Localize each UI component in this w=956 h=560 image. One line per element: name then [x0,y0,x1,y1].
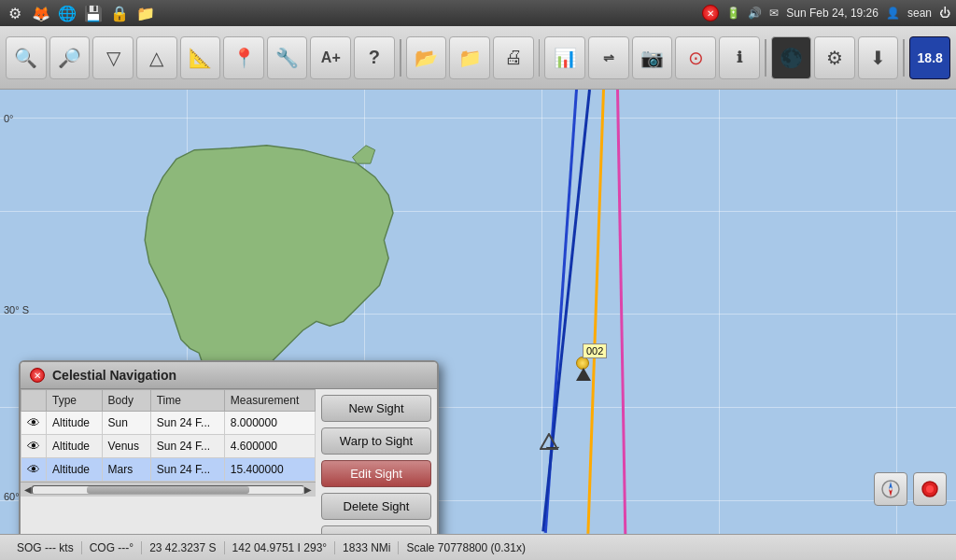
type-3: Altitude [47,458,103,482]
status-lon: 142 04.9751 I 293° [225,541,336,554]
taskbar-close-button[interactable]: ✕ [702,5,719,21]
map[interactable]: 0° 30° S 60° 002 ✕ Celestial Navigation [0,90,956,534]
dialog-close-button[interactable]: ✕ [30,368,45,383]
wrench-button[interactable]: 🔧 [267,36,308,79]
toolbar-separator-4 [903,39,905,77]
waypoint-button[interactable]: △ [136,36,177,79]
taskbar-browser-icon[interactable]: 🦊 [32,4,50,22]
taskbar-folder-icon[interactable]: 📁 [136,4,155,22]
eye-icon-1: 👁 [21,412,47,435]
table-row[interactable]: 👁 Altitude Venus Sun 24 F... 4.600000 [21,435,316,458]
col-header-body: Body [102,390,150,412]
col-header-type-label: Type [47,390,103,412]
scroll-track[interactable] [32,485,304,495]
filter-button[interactable]: ▽ [92,36,134,79]
celestial-nav-dialog: ✕ Celestial Navigation Type Body Time Me… [19,360,439,534]
eye-icon-3: 👁 [21,458,47,482]
zoom-in-button[interactable]: 🔍 [6,36,47,79]
print-button[interactable]: 🖨 [493,36,534,79]
taskbar-save-icon[interactable]: 💾 [84,4,103,22]
scroll-left-arrow[interactable]: ◀ [24,484,32,495]
bottom-right-controls [874,472,947,506]
sight-buttons-panel: New Sight Warp to Sight Edit Sight Delet… [316,389,437,534]
dialog-title-bar: ✕ Celestial Navigation [21,362,437,389]
grid-v-4 [719,90,720,534]
nav-line-orange [586,90,605,534]
toolbar-separator-3 [765,39,766,77]
measurement-2: 4.600000 [224,435,315,458]
nav-line-magenta [616,90,626,534]
lat-label-0: 0° [4,113,14,124]
taskbar-right: ✕ 🔋 🔊 ✉ Sun Feb 24, 19:26 👤 sean ⏻ [702,5,950,21]
scroll-right-arrow[interactable]: ▶ [304,484,312,495]
table-row[interactable]: 👁 Altitude Mars Sun 24 F... 15.400000 [21,458,316,482]
toolbar-separator-1 [400,39,401,77]
download-button[interactable]: ⬇ [858,36,899,79]
dialog-title-text: Celestial Navigation [52,368,176,383]
type-1: Altitude [47,412,103,435]
taskbar-power-icon: ⏻ [939,7,950,20]
dialog-body: Type Body Time Measurement 👁 Altitude Su… [21,389,437,534]
taskbar-globe-icon[interactable]: 🌐 [58,4,77,22]
taskbar-email-icon: ✉ [769,7,779,20]
info-button[interactable]: ℹ [719,36,760,79]
camera-button[interactable]: 📷 [632,36,673,79]
lifering-button[interactable]: ⊙ [675,36,716,79]
taskbar-battery-icon: 🔋 [726,7,740,20]
nav-line-darkblue [541,90,591,532]
taskbar-left: ⚙ 🦊 🌐 💾 🔒 📁 [6,4,155,22]
scale-badge: 18.8 [909,36,950,79]
settings2-button[interactable]: ⚙ [814,36,855,79]
record-icon [920,479,940,499]
type-2: Altitude [47,435,103,458]
ais-button[interactable]: ⇌ [588,36,629,79]
zoom-fit-button[interactable]: 🔎 [49,36,91,79]
taskbar-settings-icon[interactable]: ⚙ [6,4,24,22]
measurement-1: 8.000000 [224,412,315,435]
body-2: Venus [102,435,150,458]
edit-sight-button[interactable]: Edit Sight [321,460,431,487]
time-2: Sun 24 F... [150,435,224,458]
table-scrollbar[interactable]: ◀ ▶ [21,482,316,497]
svg-marker-0 [541,434,557,449]
delete-all-sights-button[interactable]: Delete All Sights [321,525,431,534]
status-scale: Scale 70778800 (0.31x) [399,541,532,554]
toolbar-separator-2 [539,39,541,77]
warp-sight-button[interactable]: Warp to Sight [321,427,431,455]
record-button[interactable] [913,472,947,506]
taskbar-volume-icon: 🔊 [748,7,762,20]
body-3: Mars [102,458,150,482]
triangle-marker-1 [576,368,591,381]
chart-button[interactable]: 📊 [544,36,585,79]
scroll-thumb[interactable] [87,486,249,494]
col-header-measurement: Measurement [224,390,315,412]
col-header-type [21,390,47,412]
satellite-button[interactable]: 🌑 [771,36,812,79]
taskbar: ⚙ 🦊 🌐 💾 🔒 📁 ✕ 🔋 🔊 ✉ Sun Feb 24, 19:26 👤 … [0,0,956,26]
open-button[interactable]: 📁 [449,36,490,79]
map-label-002: 002 [583,343,607,358]
triangle-svg-marker [540,433,558,450]
scale-value: 18.8 [918,50,943,65]
table-row[interactable]: 👁 Altitude Sun Sun 24 F... 8.000000 [21,412,316,435]
lat-label-30s: 30° S [4,304,29,315]
status-distance: 1833 NMi [335,541,399,554]
compass-button[interactable] [874,472,907,506]
col-header-time: Time [150,390,224,412]
new-sight-button[interactable]: New Sight [321,395,431,422]
svg-point-5 [926,485,934,493]
status-sog: SOG --- kts [9,541,82,554]
lat-label-60s: 60° [4,491,20,502]
time-3: Sun 24 F... [150,458,224,482]
delete-sight-button[interactable]: Delete Sight [321,493,431,520]
mark-button[interactable]: 📍 [223,36,264,79]
sight-table: Type Body Time Measurement 👁 Altitude Su… [21,389,316,482]
layers-button[interactable]: 📂 [406,36,447,79]
taskbar-lock-icon[interactable]: 🔒 [110,4,129,22]
compass-icon [880,479,901,499]
time-1: Sun 24 F... [150,412,224,435]
route-button[interactable]: 📐 [180,36,221,79]
help-button[interactable]: ? [354,36,395,79]
eye-icon-2: 👁 [21,435,47,458]
text-button[interactable]: A+ [310,36,351,79]
